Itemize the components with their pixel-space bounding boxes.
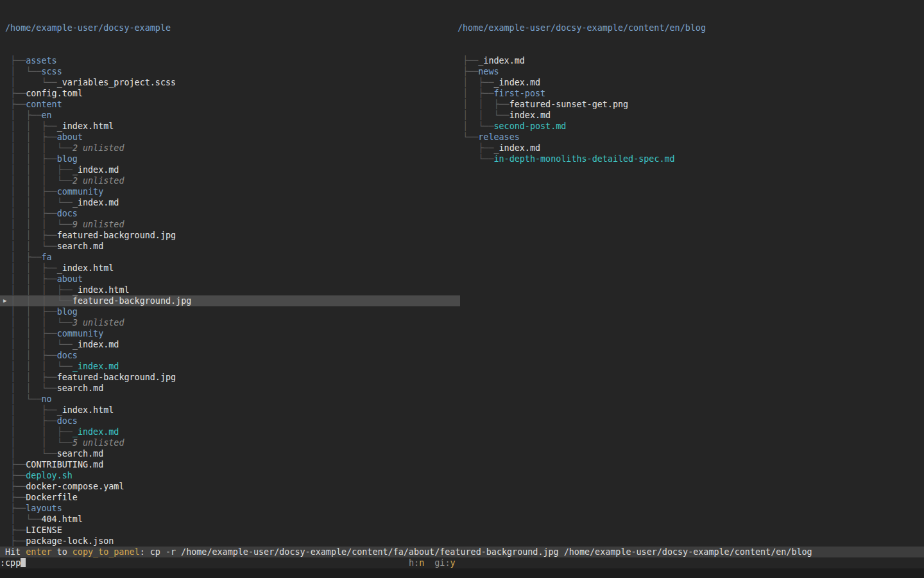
tree-row-selected[interactable]: ▶ │ │ │ └──featured-background.jpg: [0, 295, 460, 306]
tree-branch-prefix: │ │ │ └──: [0, 362, 73, 371]
file-name: config.toml: [26, 89, 83, 98]
tree-branch-prefix: │ │ ├──: [0, 372, 57, 382]
tree-row[interactable]: ├──package-lock.json: [0, 536, 456, 547]
text-cursor: [21, 558, 26, 567]
tree-row[interactable]: │ └──second-post.md: [452, 121, 924, 132]
dir-name: docs: [57, 351, 78, 360]
tree-row[interactable]: │ │ │ ├──_index.html: [0, 285, 456, 295]
tree-row[interactable]: │ │ ├──docs: [0, 208, 456, 219]
tree-branch-prefix: │ │ ├──: [0, 132, 57, 142]
dir-name: releases: [478, 132, 520, 142]
file-name: 404.html: [42, 514, 83, 524]
tree-row[interactable]: │ │ │ └──_index.md: [0, 339, 456, 350]
tree-row[interactable]: ├──deploy.sh: [0, 470, 456, 481]
tree-row[interactable]: │ ├──docs: [0, 416, 456, 426]
bottom-strip: [0, 568, 924, 578]
tree-branch-prefix: │ │ └──: [0, 241, 57, 251]
tree-row[interactable]: │ │ └──5 unlisted: [0, 437, 456, 448]
dir-name: community: [57, 187, 104, 197]
file-name: _index.md: [73, 340, 119, 349]
tree-row[interactable]: │ │ │ └──9 unlisted: [0, 219, 456, 230]
tree-branch-prefix: │ └──: [0, 67, 42, 76]
tree-row[interactable]: └──releases: [452, 132, 924, 143]
flag-label: h:: [409, 558, 419, 568]
tree-branch-prefix: │ ├──: [0, 416, 57, 426]
tree-row[interactable]: ├──docker-compose.yaml: [0, 481, 456, 492]
tree-row[interactable]: │ │ ├──community: [0, 328, 456, 339]
tree-row[interactable]: │ ├──_index.md: [452, 77, 924, 88]
tree-branch-prefix: │ │ │ └──: [0, 176, 73, 186]
tree-branch-prefix: │ │ ├──: [0, 263, 57, 273]
tree-row[interactable]: ├──content: [0, 99, 456, 110]
tree-row[interactable]: │ └──_variables_project.scss: [0, 77, 456, 88]
tree-row[interactable]: │ │ ├──featured-background.jpg: [0, 230, 456, 241]
tree-row[interactable]: │ └──404.html: [0, 514, 456, 525]
tree-row[interactable]: │ │ ├──featured-sunset-get.png: [452, 99, 924, 110]
file-name: search.md: [57, 449, 104, 459]
tree-row[interactable]: │ │ ├──docs: [0, 350, 456, 361]
tree-row[interactable]: │ │ ├──about: [0, 132, 456, 143]
tree-row[interactable]: │ └──no: [0, 394, 456, 405]
tree-branch-prefix: │ ├──: [0, 110, 42, 120]
file-name: LICENSE: [26, 525, 62, 535]
file-name: _index.md: [73, 362, 119, 371]
tree-branch-prefix: ├──: [0, 89, 26, 98]
file-name: in-depth-monoliths-detailed-spec.md: [494, 154, 675, 164]
command-input[interactable]: :cpp: [0, 557, 924, 568]
tree-row[interactable]: │ │ └──search.md: [0, 383, 456, 394]
tree-row[interactable]: ├──LICENSE: [0, 525, 456, 536]
tree-branch-prefix: │ ├──: [0, 405, 57, 415]
file-name: featured-sunset-get.png: [509, 100, 628, 109]
tree-branch-prefix: │ │ ├──: [0, 187, 57, 197]
tree-row[interactable]: ├──_index.md: [452, 55, 924, 66]
tree-row[interactable]: │ │ │ └──2 unlisted: [0, 143, 456, 153]
tree-branch-prefix: │ │ ├──: [0, 427, 73, 437]
status-text: : cp -r /home/example-user/docsy-example…: [140, 547, 812, 557]
broot-terminal-screen: /home/example-user/docsy-example ├──asse…: [0, 0, 924, 578]
file-name: docker-compose.yaml: [26, 482, 124, 491]
tree-row[interactable]: │ │ │ └──2 unlisted: [0, 175, 456, 186]
tree-row[interactable]: ├──config.toml: [0, 88, 456, 99]
tree-row[interactable]: ├──layouts: [0, 503, 456, 514]
tree-branch-prefix: │ │ │ └──: [0, 198, 73, 207]
tree-row[interactable]: │ ├──en: [0, 110, 456, 121]
tree-row[interactable]: │ ├──first-post: [452, 88, 924, 99]
tree-row[interactable]: │ │ ├──_index.html: [0, 263, 456, 274]
tree-row[interactable]: │ └──scss: [0, 66, 456, 77]
tree-row[interactable]: │ │ └──search.md: [0, 241, 456, 252]
tree-row[interactable]: │ │ ├──blog: [0, 153, 456, 164]
tree-row[interactable]: │ │ ├──featured-background.jpg: [0, 372, 456, 383]
tree-row[interactable]: │ └──search.md: [0, 448, 456, 459]
tree-row[interactable]: │ │ │ └──_index.md: [0, 197, 456, 208]
tree-row[interactable]: │ │ ├──community: [0, 186, 456, 197]
tree-row[interactable]: │ ├──fa: [0, 252, 456, 263]
tree-branch-prefix: ├──: [0, 536, 26, 546]
tree-row[interactable]: │ ├──_index.html: [0, 405, 456, 416]
dir-name: scss: [42, 67, 62, 76]
dir-name: news: [478, 67, 499, 76]
tree-row[interactable]: │ │ └──index.md: [452, 110, 924, 121]
tree-row[interactable]: └──in-depth-monoliths-detailed-spec.md: [452, 153, 924, 164]
tree-branch-prefix: │ │ ├──: [0, 307, 57, 317]
dir-name: first-post: [494, 89, 546, 98]
tree-row[interactable]: ├──_index.md: [452, 143, 924, 153]
unlisted-count: 5 unlisted: [73, 438, 124, 448]
tree-row[interactable]: ├──assets: [0, 55, 456, 66]
tree-row[interactable]: │ │ │ ├──_index.md: [0, 164, 456, 175]
tree-row[interactable]: │ │ ├──_index.html: [0, 121, 456, 132]
tree-row[interactable]: │ │ │ └──3 unlisted: [0, 317, 456, 328]
tree-row[interactable]: ├──news: [452, 66, 924, 77]
tree-branch-prefix: └──: [452, 132, 478, 142]
tree-branch-prefix: └──: [452, 154, 494, 164]
tree-row[interactable]: ├──CONTRIBUTING.md: [0, 459, 456, 470]
tree-row[interactable]: │ │ │ └──_index.md: [0, 361, 456, 372]
tree-row[interactable]: │ │ ├──_index.md: [0, 426, 456, 437]
tree-row[interactable]: │ │ ├──blog: [0, 306, 456, 317]
tree-row[interactable]: ├──Dockerfile: [0, 492, 456, 503]
tree-branch-prefix: │ ├──: [0, 252, 42, 262]
tree-row[interactable]: │ │ ├──about: [0, 274, 456, 285]
tree-branch-prefix: │ │ │ └──: [0, 296, 73, 306]
tree-branch-prefix: │ │ ├──: [0, 231, 57, 240]
tree-branch-prefix: ├──: [0, 471, 26, 480]
file-name: featured-background.jpg: [73, 296, 191, 306]
